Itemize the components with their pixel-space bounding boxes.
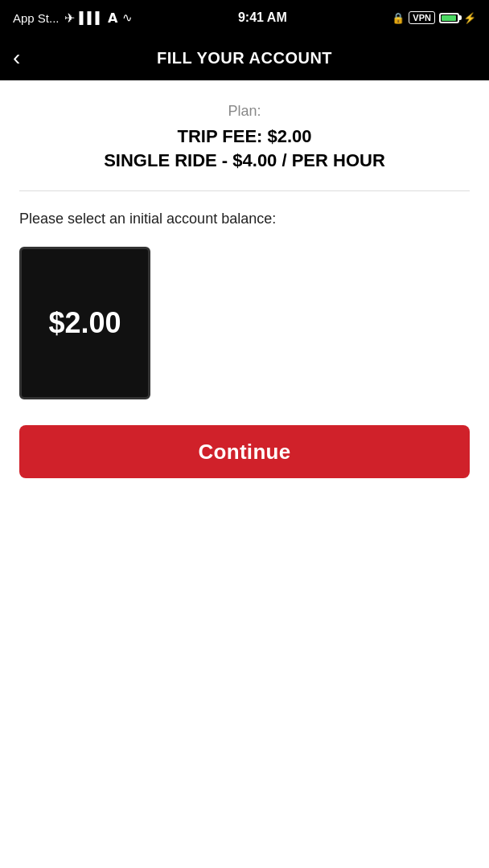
plan-label: Plan: [19, 103, 470, 120]
battery-icon [439, 13, 459, 23]
status-right: 🔒 VPN ⚡ [392, 11, 476, 24]
section-divider [19, 190, 470, 191]
wifi-symbol: ∿ [122, 10, 133, 25]
back-button[interactable]: ‹ [6, 40, 27, 76]
signal-icon: ▌▌▌ [80, 11, 104, 24]
plan-ride-rate: SINGLE RIDE - $4.00 / PER HOUR [19, 150, 470, 171]
status-left: App St... ✈ ▌▌▌ 𝗔 ∿ [13, 10, 133, 26]
lock-icon: 🔒 [392, 12, 405, 24]
balance-grid: $2.00 [19, 247, 470, 399]
status-time: 9:41 AM [238, 10, 287, 25]
plan-details: TRIP FEE: $2.00 SINGLE RIDE - $4.00 / PE… [19, 126, 470, 171]
main-content: Plan: TRIP FEE: $2.00 SINGLE RIDE - $4.0… [0, 80, 489, 497]
charging-icon: ⚡ [463, 12, 476, 24]
balance-card-2[interactable]: $2.00 [19, 247, 150, 399]
page-title: FILL YOUR ACCOUNT [157, 49, 332, 68]
balance-amount-2: $2.00 [48, 306, 121, 340]
back-chevron-icon: ‹ [13, 47, 20, 69]
nav-bar: ‹ FILL YOUR ACCOUNT [0, 35, 489, 80]
vpn-badge: VPN [409, 11, 435, 24]
battery-fill [442, 15, 456, 21]
select-balance-prompt: Please select an initial account balance… [19, 211, 470, 227]
plan-trip-fee: TRIP FEE: $2.00 [19, 126, 470, 147]
continue-button[interactable]: Continue [19, 425, 470, 478]
status-bar: App St... ✈ ▌▌▌ 𝗔 ∿ 9:41 AM 🔒 VPN ⚡ [0, 0, 489, 35]
wifi-icon: 𝗔 [108, 10, 117, 26]
airplane-icon: ✈ [64, 10, 75, 26]
back-app-indicator: App St... [13, 11, 60, 25]
